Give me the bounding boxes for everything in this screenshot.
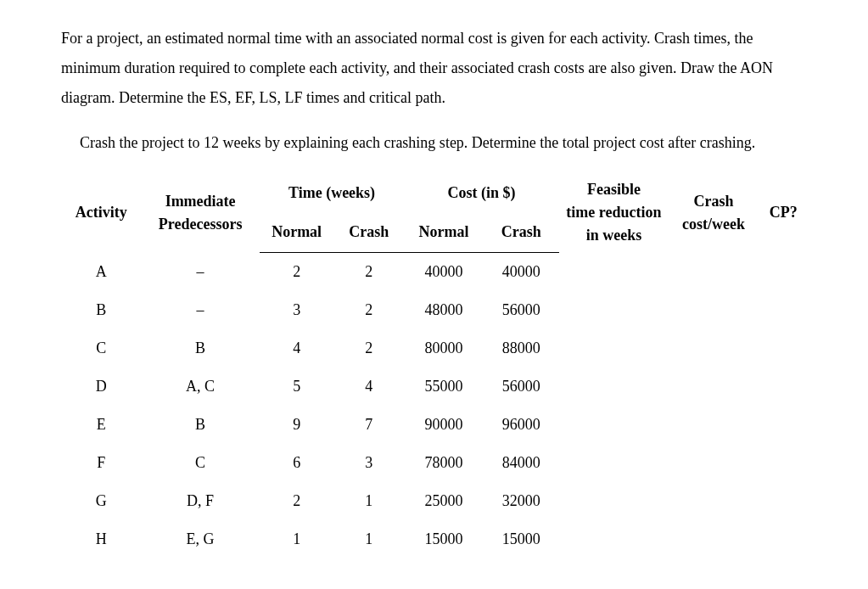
predecessor-cell: E, G — [141, 520, 259, 558]
ccw-cell — [669, 252, 759, 291]
time-normal-cell: 4 — [260, 329, 334, 367]
cp-cell — [759, 406, 809, 444]
table-row: DA, C545500056000 — [61, 367, 809, 406]
header-time-crash: Crash — [333, 213, 404, 253]
header-cp: CP? — [759, 173, 809, 252]
time-normal-cell: 2 — [260, 482, 334, 520]
activity-table: Activity Immediate Predecessors Time (we… — [61, 173, 809, 558]
cost-normal-cell: 48000 — [404, 291, 484, 329]
ftr-cell — [559, 329, 669, 367]
ftr-cell — [559, 444, 669, 482]
cost-normal-cell: 15000 — [404, 520, 484, 558]
table-row: A–224000040000 — [61, 252, 809, 291]
cost-normal-cell: 78000 — [404, 444, 484, 482]
time-crash-cell: 2 — [333, 329, 404, 367]
predecessor-cell: – — [141, 291, 259, 329]
time-normal-cell: 5 — [260, 367, 334, 406]
activity-cell: G — [61, 482, 141, 520]
cp-cell — [759, 367, 809, 406]
activity-cell: B — [61, 291, 141, 329]
header-predecessors-l1: Immediate — [165, 193, 236, 210]
time-crash-cell: 1 — [333, 520, 404, 558]
ccw-cell — [669, 291, 759, 329]
table-row: GD, F212500032000 — [61, 482, 809, 520]
cost-normal-cell: 25000 — [404, 482, 484, 520]
cost-normal-cell: 80000 — [404, 329, 484, 367]
ccw-cell — [669, 406, 759, 444]
ccw-cell — [669, 520, 759, 558]
table-row: CB428000088000 — [61, 329, 809, 367]
predecessor-cell: C — [141, 444, 259, 482]
cost-crash-cell: 32000 — [484, 482, 559, 520]
time-crash-cell: 2 — [333, 291, 404, 329]
header-ftr-l2: time reduction — [566, 204, 661, 221]
time-crash-cell: 2 — [333, 252, 404, 291]
table-row: B–324800056000 — [61, 291, 809, 329]
header-predecessors-l2: Predecessors — [159, 216, 243, 233]
cp-cell — [759, 329, 809, 367]
header-predecessors: Immediate Predecessors — [141, 173, 259, 252]
activity-cell: D — [61, 367, 141, 406]
predecessor-cell: D, F — [141, 482, 259, 520]
cost-crash-cell: 84000 — [484, 444, 559, 482]
activity-cell: A — [61, 252, 141, 291]
activity-cell: C — [61, 329, 141, 367]
header-ccw-l2: cost/week — [682, 216, 745, 233]
cp-cell — [759, 291, 809, 329]
ftr-cell — [559, 252, 669, 291]
ftr-cell — [559, 520, 669, 558]
header-activity: Activity — [61, 173, 141, 252]
activity-cell: H — [61, 520, 141, 558]
time-normal-cell: 1 — [260, 520, 334, 558]
cp-cell — [759, 444, 809, 482]
problem-paragraph-1: For a project, an estimated normal time … — [61, 24, 809, 113]
problem-paragraph-2: Crash the project to 12 weeks by explain… — [61, 128, 809, 158]
header-time-group: Time (weeks) — [260, 173, 404, 212]
time-crash-cell: 7 — [333, 406, 404, 444]
activity-cell: E — [61, 406, 141, 444]
time-normal-cell: 6 — [260, 444, 334, 482]
header-crash-cost-week: Crash cost/week — [669, 173, 759, 252]
predecessor-cell: B — [141, 406, 259, 444]
cost-normal-cell: 90000 — [404, 406, 484, 444]
predecessor-cell: – — [141, 252, 259, 291]
predecessor-cell: A, C — [141, 367, 259, 406]
activity-table-body: A–224000040000B–324800056000CB4280000880… — [61, 252, 809, 558]
time-crash-cell: 4 — [333, 367, 404, 406]
cost-normal-cell: 40000 — [404, 252, 484, 291]
cost-crash-cell: 56000 — [484, 367, 559, 406]
ccw-cell — [669, 444, 759, 482]
table-row: EB979000096000 — [61, 406, 809, 444]
time-crash-cell: 3 — [333, 444, 404, 482]
cp-cell — [759, 482, 809, 520]
ccw-cell — [669, 329, 759, 367]
time-crash-cell: 1 — [333, 482, 404, 520]
cost-crash-cell: 40000 — [484, 252, 559, 291]
predecessor-cell: B — [141, 329, 259, 367]
header-ftr-l1: Feasible — [587, 181, 641, 198]
header-time-normal: Normal — [260, 213, 334, 253]
ftr-cell — [559, 291, 669, 329]
ccw-cell — [669, 367, 759, 406]
cost-crash-cell: 96000 — [484, 406, 559, 444]
time-normal-cell: 3 — [260, 291, 334, 329]
cost-crash-cell: 88000 — [484, 329, 559, 367]
header-ftr-l3: in weeks — [586, 227, 642, 244]
table-row: FC637800084000 — [61, 444, 809, 482]
cost-normal-cell: 55000 — [404, 367, 484, 406]
cost-crash-cell: 15000 — [484, 520, 559, 558]
ftr-cell — [559, 367, 669, 406]
ftr-cell — [559, 482, 669, 520]
ccw-cell — [669, 482, 759, 520]
header-cost-crash: Crash — [484, 213, 559, 253]
cp-cell — [759, 520, 809, 558]
activity-cell: F — [61, 444, 141, 482]
time-normal-cell: 9 — [260, 406, 334, 444]
header-cost-normal: Normal — [404, 213, 484, 253]
cost-crash-cell: 56000 — [484, 291, 559, 329]
header-ccw-l1: Crash — [693, 193, 733, 210]
cp-cell — [759, 252, 809, 291]
table-row: HE, G111500015000 — [61, 520, 809, 558]
time-normal-cell: 2 — [260, 252, 334, 291]
ftr-cell — [559, 406, 669, 444]
